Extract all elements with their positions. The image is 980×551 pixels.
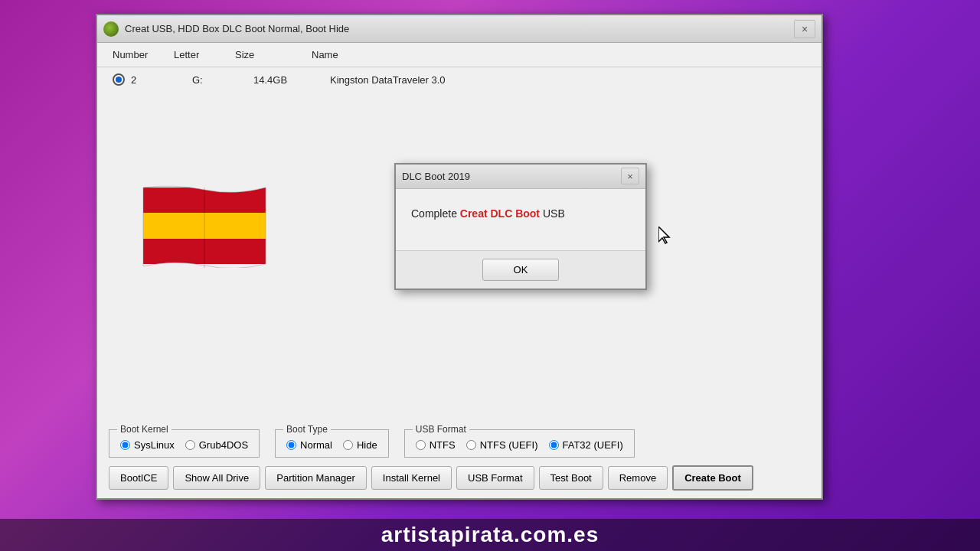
boot-type-options: Normal Hide	[286, 439, 377, 451]
boot-type-group: Boot Type Normal Hide	[275, 429, 389, 458]
grub4dos-option[interactable]: Grub4DOS	[185, 439, 248, 451]
grub4dos-radio[interactable]	[185, 440, 195, 450]
usb-format-group: USB Format NTFS NTFS (UEFI) FAT32 (UEFI)	[404, 429, 635, 458]
normal-option[interactable]: Normal	[286, 439, 332, 451]
install-kernel-button[interactable]: Install Kernel	[371, 466, 452, 490]
header-name: Name	[312, 49, 806, 60]
bottom-controls: Boot Kernel SysLinux Grub4DOS Boot Type	[97, 429, 822, 491]
create-boot-button[interactable]: Create Boot	[672, 465, 753, 491]
normal-label: Normal	[300, 439, 332, 451]
row-size: 14.4GB	[253, 74, 330, 86]
row-radio[interactable]	[113, 73, 125, 86]
header-size: Size	[235, 49, 312, 60]
syslinux-label: SysLinux	[134, 439, 175, 451]
watermark-text: artistapirata.com.es	[381, 523, 599, 547]
main-window: Creat USB, HDD Box DLC Boot Normal, Boot…	[96, 14, 823, 500]
row-number: 2	[131, 74, 192, 86]
boot-kernel-group: Boot Kernel SysLinux Grub4DOS	[109, 429, 260, 458]
dialog-message-colored: Creat DLC Boot	[460, 207, 540, 220]
table-row[interactable]: 2 G: 14.4GB Kingston DataTraveler 3.0	[97, 67, 822, 92]
dialog-body: Complete Creat DLC Boot USB	[396, 189, 645, 250]
dialog-message: Complete Creat DLC Boot USB	[411, 207, 565, 220]
ntfs-uefi-label: NTFS (UEFI)	[480, 439, 538, 451]
row-name: Kingston DataTraveler 3.0	[330, 74, 806, 86]
show-all-drive-button[interactable]: Show All Drive	[173, 466, 260, 490]
hide-option[interactable]: Hide	[343, 439, 377, 451]
boot-kernel-options: SysLinux Grub4DOS	[120, 439, 248, 451]
title-bar-icon	[103, 21, 119, 37]
boot-kernel-label: Boot Kernel	[117, 424, 172, 435]
fat32-uefi-option[interactable]: FAT32 (UEFI)	[549, 439, 623, 451]
ntfs-option[interactable]: NTFS	[416, 439, 456, 451]
usb-format-options: NTFS NTFS (UEFI) FAT32 (UEFI)	[416, 439, 623, 451]
title-bar: Creat USB, HDD Box DLC Boot Normal, Boot…	[97, 15, 822, 43]
syslinux-radio[interactable]	[120, 440, 130, 450]
buttons-row: BootICE Show All Drive Partition Manager…	[109, 465, 810, 491]
normal-radio[interactable]	[286, 440, 296, 450]
dialog-close-button[interactable]: ×	[621, 168, 639, 184]
syslinux-option[interactable]: SysLinux	[120, 439, 175, 451]
dialog: DLC Boot 2019 × Complete Creat DLC Boot …	[394, 163, 647, 290]
hide-radio[interactable]	[343, 440, 353, 450]
table-header: Number Letter Size Name	[97, 43, 822, 67]
ntfs-uefi-option[interactable]: NTFS (UEFI)	[466, 439, 538, 451]
watermark-bar: artistapirata.com.es	[0, 519, 980, 551]
dialog-ok-button[interactable]: OK	[482, 259, 560, 281]
flag-image	[136, 184, 289, 276]
remove-button[interactable]: Remove	[608, 466, 668, 490]
dialog-footer: OK	[396, 250, 645, 289]
dialog-title: DLC Boot 2019	[402, 171, 621, 182]
ntfs-label: NTFS	[430, 439, 456, 451]
close-button[interactable]: ×	[794, 20, 815, 38]
header-letter: Letter	[174, 49, 235, 60]
title-bar-text: Creat USB, HDD Box DLC Boot Normal, Boot…	[125, 23, 794, 34]
row-letter: G:	[192, 74, 253, 86]
dialog-title-bar: DLC Boot 2019 ×	[396, 165, 645, 189]
fat32-uefi-label: FAT32 (UEFI)	[563, 439, 623, 451]
header-number: Number	[113, 49, 174, 60]
usb-format-label: USB Format	[413, 424, 469, 435]
test-boot-button[interactable]: Test Boot	[539, 466, 603, 490]
usb-format-button[interactable]: USB Format	[456, 466, 534, 490]
boot-type-label: Boot Type	[283, 424, 331, 435]
ntfs-radio[interactable]	[416, 440, 426, 450]
ntfs-uefi-radio[interactable]	[466, 440, 476, 450]
bootice-button[interactable]: BootICE	[109, 466, 168, 490]
hide-label: Hide	[357, 439, 377, 451]
fat32-uefi-radio[interactable]	[549, 440, 559, 450]
options-row: Boot Kernel SysLinux Grub4DOS Boot Type	[109, 429, 810, 458]
partition-manager-button[interactable]: Partition Manager	[265, 466, 367, 490]
grub4dos-label: Grub4DOS	[199, 439, 248, 451]
